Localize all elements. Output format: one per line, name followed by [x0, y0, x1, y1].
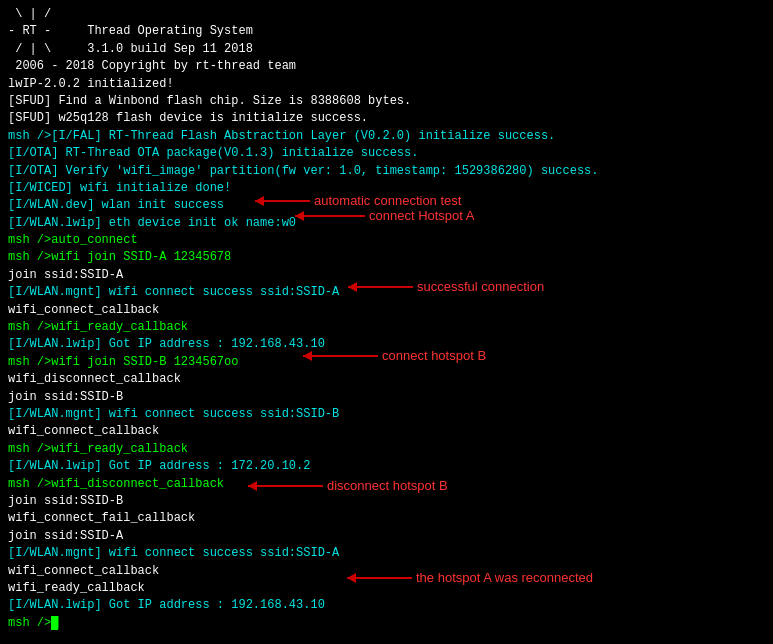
- terminal-line: wifi_connect_callback: [8, 423, 765, 440]
- terminal-line: [I/OTA] RT-Thread OTA package(V0.1.3) in…: [8, 145, 765, 162]
- annotation-connect-a: connect Hotspot A: [295, 208, 475, 223]
- terminal-line: [I/WLAN.lwip] Got IP address : 172.20.10…: [8, 458, 765, 475]
- annotation-auto-connection: automatic connection test: [255, 193, 461, 208]
- terminal-line: msh />wifi_ready_callback: [8, 441, 765, 458]
- annotation-success-text: successful connection: [417, 279, 544, 294]
- terminal-output: \ | /- RT - Thread Operating System / | …: [8, 6, 765, 632]
- terminal-line: msh />█: [8, 615, 765, 632]
- terminal-line: wifi_disconnect_callback: [8, 371, 765, 388]
- annotation-reconnect-a-text: the hotspot A was reconnected: [416, 570, 593, 585]
- terminal-line: [SFUD] w25q128 flash device is initializ…: [8, 110, 765, 127]
- terminal-line: / | \ 3.1.0 build Sep 11 2018: [8, 41, 765, 58]
- annotation-success: successful connection: [348, 279, 544, 294]
- terminal-line: msh />wifi_ready_callback: [8, 319, 765, 336]
- terminal-line: join ssid:SSID-B: [8, 389, 765, 406]
- terminal-line: [I/OTA] Verify 'wifi_image' partition(fw…: [8, 163, 765, 180]
- terminal-line: - RT - Thread Operating System: [8, 23, 765, 40]
- annotation-reconnect-a: the hotspot A was reconnected: [347, 570, 593, 585]
- annotation-auto-connection-text: automatic connection test: [314, 193, 461, 208]
- terminal: \ | /- RT - Thread Operating System / | …: [0, 0, 773, 644]
- terminal-line: msh />[I/FAL] RT-Thread Flash Abstractio…: [8, 128, 765, 145]
- terminal-line: [I/WLAN.lwip] Got IP address : 192.168.4…: [8, 597, 765, 614]
- annotation-connect-a-text: connect Hotspot A: [369, 208, 475, 223]
- terminal-line: \ | /: [8, 6, 765, 23]
- terminal-line: msh />wifi join SSID-A 12345678: [8, 249, 765, 266]
- terminal-line: 2006 - 2018 Copyright by rt-thread team: [8, 58, 765, 75]
- annotation-disconnect-b-text: disconnect hotspot B: [327, 478, 448, 493]
- terminal-line: join ssid:SSID-B: [8, 493, 765, 510]
- terminal-line: msh />auto_connect: [8, 232, 765, 249]
- annotation-disconnect-b: disconnect hotspot B: [248, 478, 448, 493]
- terminal-line: wifi_connect_fail_callback: [8, 510, 765, 527]
- terminal-line: join ssid:SSID-A: [8, 528, 765, 545]
- terminal-line: wifi_connect_callback: [8, 302, 765, 319]
- annotation-connect-b: connect hotspot B: [303, 348, 486, 363]
- annotation-connect-b-text: connect hotspot B: [382, 348, 486, 363]
- terminal-line: [SFUD] Find a Winbond flash chip. Size i…: [8, 93, 765, 110]
- terminal-line: [I/WLAN.mgnt] wifi connect success ssid:…: [8, 406, 765, 423]
- terminal-line: [I/WLAN.mgnt] wifi connect success ssid:…: [8, 545, 765, 562]
- terminal-line: lwIP-2.0.2 initialized!: [8, 76, 765, 93]
